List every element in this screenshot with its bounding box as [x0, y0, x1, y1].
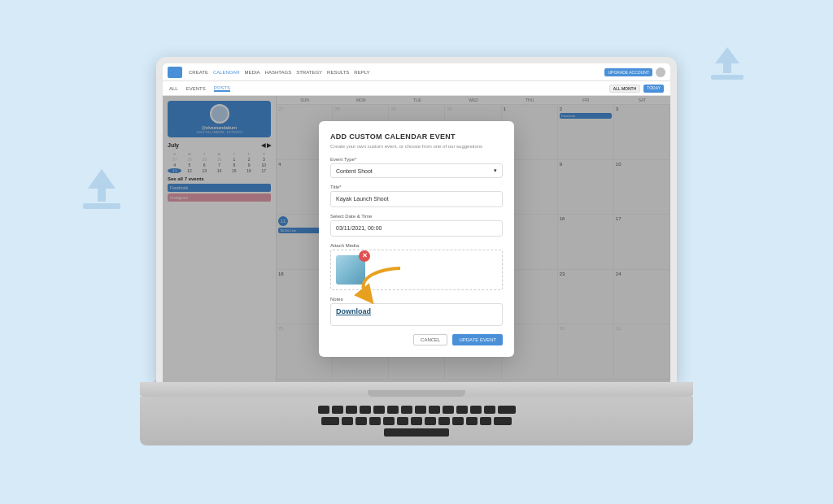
add-event-modal: ADD CUSTOM CALENDAR EVENT Create your ow…	[319, 121, 514, 357]
user-avatar	[656, 67, 665, 77]
arrow-annotation	[335, 260, 416, 312]
screen-inner: CREATE CALENDAR MEDIA HASHTAGS STRATEGY …	[163, 63, 670, 382]
title-group: Title* Kayak Launch Shoot	[330, 185, 503, 207]
key	[373, 406, 385, 414]
month-selector[interactable]: ALL MONTH	[609, 85, 640, 93]
upgrade-button[interactable]: UPGRADE ACCOUNT	[604, 68, 652, 76]
top-nav: CREATE CALENDAR MEDIA HASHTAGS STRATEGY …	[163, 63, 670, 81]
modal-footer: CANCEL UPDATE EVENT	[330, 334, 503, 345]
key	[342, 417, 353, 425]
key	[438, 417, 450, 425]
event-type-label: Event Type*	[330, 157, 503, 162]
app-ui: CREATE CALENDAR MEDIA HASHTAGS STRATEGY …	[163, 63, 670, 382]
key	[369, 417, 381, 425]
svg-marker-1	[715, 47, 739, 73]
arrow-svg	[335, 260, 416, 309]
key	[415, 406, 426, 414]
key	[425, 417, 436, 425]
today-button[interactable]: TODAY	[643, 85, 664, 93]
cancel-button[interactable]: CANCEL	[413, 334, 447, 345]
key	[429, 406, 440, 414]
sub-nav: ALL EVENTS POSTS ALL MONTH TODAY	[163, 81, 670, 96]
event-type-group: Event Type* Content Shoot ▾	[330, 157, 503, 178]
nav-logo	[168, 67, 182, 78]
svg-marker-3	[88, 169, 116, 202]
svg-rect-0	[711, 75, 744, 80]
key	[318, 406, 329, 414]
key	[480, 417, 491, 425]
bg-download-icon-left	[73, 163, 130, 219]
key	[498, 406, 516, 414]
bg-download-icon-top-right	[703, 41, 752, 89]
svg-rect-2	[83, 203, 120, 209]
modal-title: ADD CUSTOM CALENDAR EVENT	[330, 133, 503, 141]
key	[401, 406, 412, 414]
key	[466, 417, 478, 425]
modal-overlay: ADD CUSTOM CALENDAR EVENT Create your ow…	[163, 96, 670, 382]
sub-nav-right: ALL MONTH TODAY	[609, 85, 664, 93]
nav-item-calendar[interactable]: CALENDAR	[213, 70, 240, 75]
key	[355, 417, 367, 425]
key	[494, 417, 512, 425]
sub-nav-events[interactable]: EVENTS	[186, 86, 206, 91]
key	[387, 406, 399, 414]
key	[452, 417, 464, 425]
key	[360, 406, 371, 414]
sub-nav-posts[interactable]: POSTS	[214, 85, 230, 92]
update-event-button[interactable]: UPDATE EVENT	[452, 334, 503, 345]
key	[411, 417, 422, 425]
nav-item-reply[interactable]: REPLY	[354, 70, 369, 75]
date-group: Select Date & Time 03/11/2021, 00:00	[330, 214, 503, 237]
key	[383, 417, 395, 425]
key	[397, 417, 408, 425]
event-type-select[interactable]: Content Shoot ▾	[330, 163, 503, 178]
date-label: Select Date & Time	[330, 214, 503, 219]
key	[321, 417, 339, 425]
key	[484, 406, 495, 414]
nav-item-strategy[interactable]: STRATEGY	[296, 70, 322, 75]
sub-nav-all[interactable]: ALL	[169, 86, 178, 91]
key	[456, 406, 468, 414]
keyboard-row-3	[384, 428, 449, 437]
laptop-keyboard	[140, 397, 693, 445]
laptop: CREATE CALENDAR MEDIA HASHTAGS STRATEGY …	[140, 57, 693, 447]
key	[332, 406, 343, 414]
laptop-screen: CREATE CALENDAR MEDIA HASHTAGS STRATEGY …	[156, 57, 677, 382]
nav-right: UPGRADE ACCOUNT	[604, 67, 665, 77]
calendar-area: @elveenandaburn 1.6K FOLLOWERS · 13 POST…	[163, 96, 670, 382]
laptop-base	[140, 382, 693, 397]
date-input[interactable]: 03/11/2021, 00:00	[330, 220, 503, 237]
spacebar	[384, 428, 449, 437]
nav-item-hashtags[interactable]: HASHTAGS	[265, 70, 292, 75]
nav-item-create[interactable]: CREATE	[189, 70, 208, 75]
key	[346, 406, 357, 414]
title-label: Title*	[330, 185, 503, 189]
nav-item-media[interactable]: MEDIA	[245, 70, 260, 75]
attach-label: Attach Media	[330, 243, 503, 248]
nav-items: CREATE CALENDAR MEDIA HASHTAGS STRATEGY …	[189, 70, 598, 75]
nav-item-results[interactable]: RESULTS	[327, 70, 349, 75]
title-input[interactable]: Kayak Launch Shoot	[330, 191, 503, 207]
modal-subtitle: Create your own custom event, or choose …	[330, 144, 503, 149]
keyboard-row-2	[321, 417, 512, 425]
keyboard-row-1	[318, 406, 516, 414]
key	[470, 406, 482, 414]
key	[443, 406, 454, 414]
